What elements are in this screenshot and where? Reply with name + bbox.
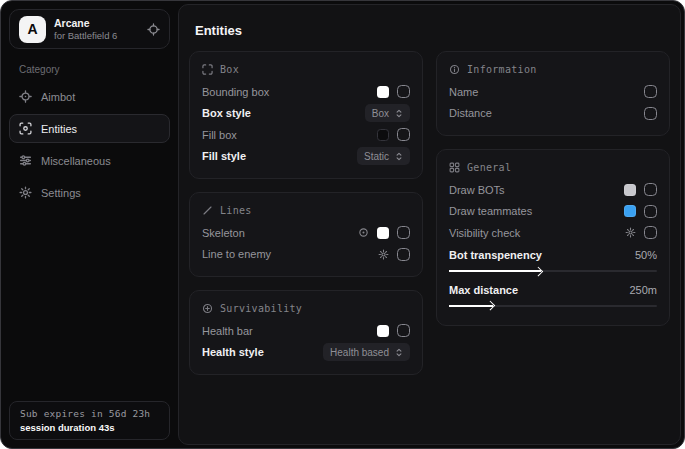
- name-row: Name: [449, 81, 657, 103]
- visibility-check-checkbox[interactable]: [644, 226, 657, 239]
- session-duration-text: session duration 43s: [20, 422, 159, 433]
- general-card-header: General: [449, 162, 657, 173]
- information-card-header: Information: [449, 64, 657, 75]
- category-label: Category: [19, 64, 170, 75]
- chevron-up-down-icon: [395, 152, 403, 161]
- skeleton-color-swatch[interactable]: [377, 227, 389, 239]
- box-card: Box Bounding box Box style Box: [189, 51, 423, 179]
- general-card: General Draw BOTs Draw teammates: [436, 149, 670, 326]
- box-style-dropdown[interactable]: Box: [365, 104, 410, 122]
- max-distance-setting: Max distance 250m: [449, 279, 657, 307]
- profile-text: Arcane for Battlefield 6: [54, 17, 117, 42]
- dropdown-value: Health based: [330, 347, 389, 358]
- fill-style-row: Fill style Static: [202, 146, 410, 168]
- lines-card: Lines Skeleton: [189, 192, 423, 277]
- row-label: Draw teammates: [449, 205, 532, 217]
- bounding-box-checkbox[interactable]: [397, 85, 410, 98]
- bot-transparency-setting: Bot transpenency 50%: [449, 245, 657, 273]
- health-style-row: Health style Health based: [202, 342, 410, 364]
- visibility-check-gear-icon[interactable]: [625, 227, 636, 238]
- skeleton-checkbox[interactable]: [397, 226, 410, 239]
- left-column: Box Bounding box Box style Box: [189, 51, 423, 375]
- diagonal-line-icon: [202, 205, 213, 216]
- row-label: Box style: [202, 107, 251, 119]
- crosshair-icon: [19, 90, 32, 103]
- slider-fill: [449, 305, 493, 307]
- card-title: Information: [467, 64, 537, 75]
- app-name: Arcane: [54, 17, 117, 30]
- fill-box-checkbox[interactable]: [397, 128, 410, 141]
- line-to-enemy-checkbox[interactable]: [397, 248, 410, 261]
- card-title: General: [467, 162, 511, 173]
- grid-icon: [449, 162, 460, 173]
- box-corners-icon: [202, 64, 213, 75]
- health-bar-checkbox[interactable]: [397, 324, 410, 337]
- right-column: Information Name Distance: [436, 51, 670, 375]
- app-window: A Arcane for Battlefield 6 Category: [0, 0, 685, 449]
- line-to-enemy-gear-icon[interactable]: [378, 249, 389, 260]
- bot-transparency-slider[interactable]: [449, 270, 657, 272]
- health-bar-row: Health bar: [202, 320, 410, 342]
- fill-box-row: Fill box: [202, 124, 410, 146]
- bot-transparency-value: 50%: [635, 249, 657, 261]
- row-label: Name: [449, 86, 478, 98]
- skeleton-config-icon[interactable]: [358, 227, 369, 238]
- sidebar: A Arcane for Battlefield 6 Category: [1, 1, 178, 448]
- sidebar-item-label: Settings: [41, 187, 81, 199]
- row-label: Skeleton: [202, 227, 245, 239]
- box-card-header: Box: [202, 64, 410, 75]
- row-label: Draw BOTs: [449, 184, 505, 196]
- bounding-box-row: Bounding box: [202, 81, 410, 103]
- row-label: Bot transpenency: [449, 249, 542, 261]
- scan-icon: [19, 122, 32, 135]
- sidebar-item-label: Aimbot: [41, 91, 75, 103]
- dropdown-value: Static: [364, 151, 389, 162]
- distance-checkbox[interactable]: [644, 107, 657, 120]
- draw-bots-row: Draw BOTs: [449, 179, 657, 201]
- app-logo: A: [19, 16, 46, 43]
- max-distance-value: 250m: [629, 284, 657, 296]
- sidebar-item-entities[interactable]: Entities: [9, 114, 170, 143]
- profile-card: A Arcane for Battlefield 6: [9, 9, 170, 49]
- health-bar-color-swatch[interactable]: [377, 325, 389, 337]
- dropdown-value: Box: [372, 108, 389, 119]
- draw-teammates-color-swatch[interactable]: [624, 205, 636, 217]
- survivability-card-header: Survivability: [202, 303, 410, 314]
- chevron-up-down-icon: [395, 109, 403, 118]
- info-circle-icon: [449, 64, 460, 75]
- draw-teammates-checkbox[interactable]: [644, 205, 657, 218]
- name-checkbox[interactable]: [644, 85, 657, 98]
- fill-style-dropdown[interactable]: Static: [357, 147, 410, 165]
- row-label: Bounding box: [202, 86, 269, 98]
- draw-teammates-row: Draw teammates: [449, 201, 657, 223]
- sliders-icon: [19, 154, 32, 167]
- main-panel: Entities Box Bounding box: [178, 4, 681, 445]
- page-title: Entities: [195, 23, 670, 38]
- row-label: Line to enemy: [202, 248, 271, 260]
- row-label: Max distance: [449, 284, 518, 296]
- health-style-dropdown[interactable]: Health based: [323, 343, 410, 361]
- app-subtitle: for Battlefield 6: [54, 30, 117, 42]
- visibility-check-row: Visibility check: [449, 222, 657, 244]
- chevron-up-down-icon: [395, 348, 403, 357]
- sidebar-item-label: Entities: [41, 123, 77, 135]
- sub-expiry-text: Sub expires in 56d 23h: [20, 408, 159, 419]
- draw-bots-color-swatch[interactable]: [624, 184, 636, 196]
- sidebar-nav: Aimbot Entities: [9, 82, 170, 207]
- row-label: Health style: [202, 346, 264, 358]
- card-title: Lines: [220, 205, 252, 216]
- row-label: Fill box: [202, 129, 237, 141]
- card-title: Survivability: [220, 303, 302, 314]
- row-label: Fill style: [202, 150, 246, 162]
- focus-ring-icon[interactable]: [147, 23, 160, 36]
- bounding-box-color-swatch[interactable]: [377, 86, 389, 98]
- fill-box-color-swatch[interactable]: [377, 129, 389, 141]
- subscription-info-card: Sub expires in 56d 23h session duration …: [9, 401, 170, 440]
- card-title: Box: [220, 64, 239, 75]
- sidebar-item-miscellaneous[interactable]: Miscellaneous: [9, 146, 170, 175]
- skeleton-row: Skeleton: [202, 222, 410, 244]
- sidebar-item-aimbot[interactable]: Aimbot: [9, 82, 170, 111]
- max-distance-slider[interactable]: [449, 305, 657, 307]
- draw-bots-checkbox[interactable]: [644, 183, 657, 196]
- sidebar-item-settings[interactable]: Settings: [9, 178, 170, 207]
